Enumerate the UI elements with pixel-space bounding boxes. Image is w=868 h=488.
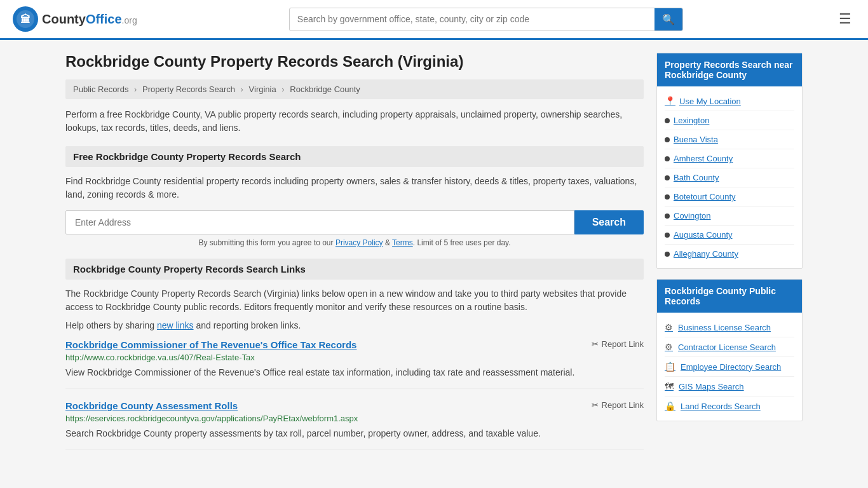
record-link-item: Rockbridge Commissioner of The Revenue's… [65, 339, 644, 389]
site-header: 🏛 CountyOffice.org 🔍 ☰ [0, 0, 868, 40]
share-line: Help others by sharing new links and rep… [65, 320, 644, 330]
free-search-header: Free Rockbridge County Property Records … [65, 146, 644, 167]
links-section-header: Rockbridge County Property Records Searc… [65, 259, 644, 280]
report-icon-0: ✂ [592, 339, 599, 349]
record-link-title-1[interactable]: Rockbridge County Assessment Rolls [65, 400, 238, 411]
business-license-icon: ⚙ [665, 322, 673, 332]
sidebar-link-lexington[interactable]: Lexington [665, 111, 794, 130]
record-url-1: https://eservices.rockbridgecountyva.gov… [65, 414, 644, 423]
dot-icon [665, 137, 670, 142]
logo-text: CountyOffice.org [42, 12, 137, 27]
form-disclaimer: By submitting this form you agree to our… [65, 238, 644, 247]
dot-icon [665, 118, 670, 123]
sidebar-link-amherst-county[interactable]: Amherst County [665, 149, 794, 168]
record-link-title-0[interactable]: Rockbridge Commissioner of The Revenue's… [65, 339, 356, 350]
sidebar-employee-directory[interactable]: 📋 Employee Directory Search [665, 357, 794, 377]
record-desc-0: View Rockbridge Commissioner of the Reve… [65, 366, 644, 379]
breadcrumb-virginia[interactable]: Virginia [249, 85, 276, 94]
sidebar-use-my-location[interactable]: 📍 Use My Location [665, 92, 794, 111]
sidebar-link-alleghany-county[interactable]: Alleghany County [665, 245, 794, 263]
sidebar-nearby-box: Property Records Search near Rockbridge … [656, 53, 803, 269]
dot-icon [665, 194, 670, 200]
gis-maps-icon: 🗺 [665, 381, 674, 391]
menu-icon[interactable]: ☰ [835, 7, 855, 31]
dot-icon [665, 156, 670, 161]
svg-text:🏛: 🏛 [20, 13, 31, 25]
sidebar-link-bath-county[interactable]: Bath County [665, 168, 794, 187]
breadcrumb: Public Records › Property Records Search… [65, 79, 644, 99]
sidebar-public-records-header: Rockbridge County Public Records [657, 280, 802, 313]
search-row: Search [65, 210, 644, 234]
sidebar-gis-maps[interactable]: 🗺 GIS Maps Search [665, 377, 794, 396]
record-url-0: http://www.co.rockbridge.va.us/407/Real-… [65, 353, 644, 362]
sidebar-nearby-content: 📍 Use My Location Lexington Buena Vista … [657, 86, 802, 268]
links-section: Rockbridge County Property Records Searc… [65, 259, 644, 450]
sidebar-public-records-content: ⚙ Business License Search ⚙ Contractor L… [657, 313, 802, 421]
links-desc: The Rockbridge County Property Records S… [65, 287, 644, 314]
new-links-link[interactable]: new links [157, 320, 194, 330]
sidebar-contractor-license[interactable]: ⚙ Contractor License Search [665, 337, 794, 357]
sidebar: Property Records Search near Rockbridge … [656, 53, 803, 463]
dot-icon [665, 252, 670, 257]
page-description: Perform a free Rockbridge County, VA pub… [65, 108, 644, 135]
record-link-item: Rockbridge County Assessment Rolls ✂ Rep… [65, 400, 644, 450]
employee-directory-icon: 📋 [665, 362, 675, 372]
sidebar-link-buena-vista[interactable]: Buena Vista [665, 130, 794, 149]
breadcrumb-rockbridge-county[interactable]: Rockbridge County [290, 85, 360, 94]
sidebar-business-license[interactable]: ⚙ Business License Search [665, 318, 794, 337]
record-desc-1: Search Rockbridge County property assess… [65, 427, 644, 440]
sidebar-link-augusta-county[interactable]: Augusta County [665, 226, 794, 245]
address-input[interactable] [65, 210, 574, 234]
sidebar-link-botetourt-county[interactable]: Botetourt County [665, 187, 794, 207]
logo-icon: 🏛 [13, 6, 38, 32]
report-icon-1: ✂ [592, 400, 599, 410]
privacy-policy-link[interactable]: Privacy Policy [336, 238, 383, 247]
record-link-header-1: Rockbridge County Assessment Rolls ✂ Rep… [65, 400, 644, 411]
page-title: Rockbridge County Property Records Searc… [65, 53, 644, 71]
search-button[interactable]: Search [574, 210, 644, 234]
contractor-license-icon: ⚙ [665, 342, 673, 352]
sidebar-public-records-box: Rockbridge County Public Records ⚙ Busin… [656, 279, 803, 421]
free-search-desc: Find Rockbridge County residential prope… [65, 175, 644, 201]
logo[interactable]: 🏛 CountyOffice.org [13, 6, 137, 32]
breadcrumb-property-records-search[interactable]: Property Records Search [142, 85, 235, 94]
address-search-widget: Search By submitting this form you agree… [65, 210, 644, 247]
report-link-btn-0[interactable]: ✂ Report Link [592, 339, 644, 349]
land-records-icon: 🔒 [665, 401, 675, 411]
dot-icon [665, 233, 670, 238]
header-search-button[interactable]: 🔍 [654, 8, 682, 30]
sidebar-land-records[interactable]: 🔒 Land Records Search [665, 396, 794, 416]
dot-icon [665, 175, 670, 180]
main-content: Rockbridge County Property Records Searc… [65, 53, 644, 463]
dot-icon [665, 214, 670, 219]
page-container: Rockbridge County Property Records Searc… [53, 40, 815, 475]
record-link-header: Rockbridge Commissioner of The Revenue's… [65, 339, 644, 350]
header-search-input[interactable] [290, 9, 654, 29]
header-search-bar: 🔍 [289, 8, 683, 31]
breadcrumb-public-records[interactable]: Public Records [73, 85, 128, 94]
sidebar-nearby-header: Property Records Search near Rockbridge … [657, 53, 802, 86]
sidebar-link-covington[interactable]: Covington [665, 207, 794, 226]
report-link-btn-1[interactable]: ✂ Report Link [592, 400, 644, 410]
location-icon: 📍 [665, 96, 675, 106]
terms-link[interactable]: Terms [392, 238, 413, 247]
